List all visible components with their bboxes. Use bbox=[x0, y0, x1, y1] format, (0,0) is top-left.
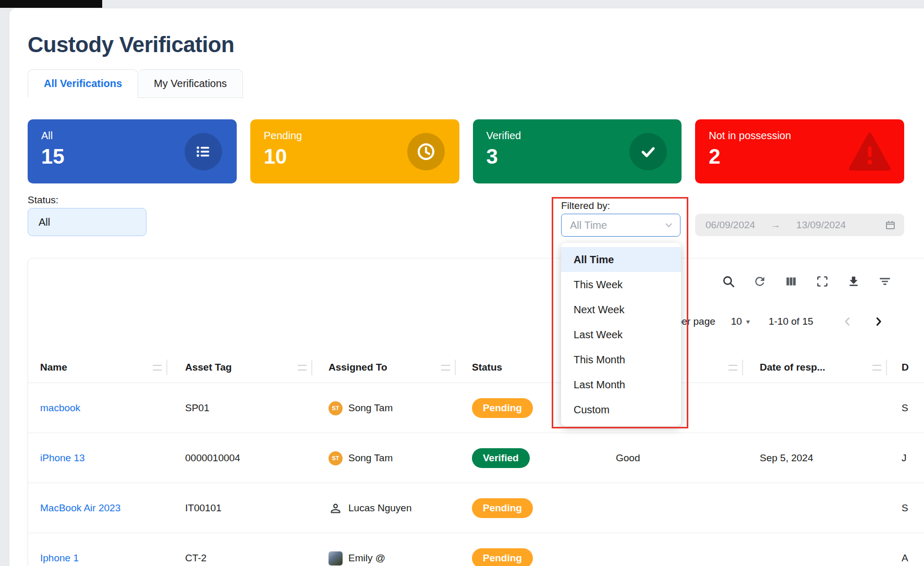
status-filter-label: Status: bbox=[28, 194, 58, 206]
assigned-to-cell: ST Song Tam bbox=[329, 433, 463, 483]
dropdown-option[interactable]: Next Week bbox=[561, 297, 681, 322]
column-resize-handle[interactable] bbox=[728, 360, 743, 375]
dropdown-option[interactable]: All Time bbox=[561, 247, 681, 272]
dropdown-option[interactable]: Last Week bbox=[561, 322, 681, 347]
avatar-photo bbox=[329, 551, 343, 565]
pagination-range: 1-10 of 15 bbox=[769, 316, 813, 327]
columns-icon[interactable] bbox=[784, 275, 798, 288]
tabs: All Verifications My Verifications bbox=[28, 69, 243, 98]
page-size-select[interactable]: 10 ▾ bbox=[731, 316, 750, 327]
filter-icon[interactable] bbox=[878, 275, 892, 288]
condition-cell: Good bbox=[616, 433, 750, 483]
condition-cell bbox=[616, 483, 750, 533]
status-cell: Verified bbox=[472, 433, 606, 483]
date-to-value: 13/09/2024 bbox=[796, 219, 846, 231]
name-cell: Iphone 1 bbox=[40, 533, 175, 566]
asset-link[interactable]: MacBook Air 2023 bbox=[40, 502, 120, 514]
download-icon[interactable] bbox=[847, 275, 860, 288]
filtered-by-select[interactable]: All Time bbox=[561, 214, 680, 237]
assigned-to-name: Emily @ bbox=[348, 552, 385, 564]
filtered-by-dropdown-menu: All Time This Week Next Week Last Week T… bbox=[561, 243, 681, 426]
asset-link[interactable]: iPhone 13 bbox=[40, 452, 85, 464]
calendar-icon bbox=[885, 219, 896, 230]
dropdown-option[interactable]: Custom bbox=[561, 397, 681, 422]
asset-link[interactable]: macbook bbox=[40, 402, 80, 414]
page-title: Custody Verification bbox=[28, 32, 234, 57]
status-filter-select[interactable]: All bbox=[28, 208, 147, 236]
verifications-table-card: Rows per page 10 ▾ 1-10 of 15 Name bbox=[28, 258, 924, 566]
stat-card-verified[interactable]: Verified 3 bbox=[473, 119, 682, 183]
stat-card-all[interactable]: All 15 bbox=[28, 119, 237, 183]
table-row: macbook SP01 ST Song Tam Pending S bbox=[28, 383, 924, 433]
person-icon bbox=[329, 501, 343, 515]
assigned-to-name: Song Tam bbox=[348, 402, 393, 414]
condition-cell bbox=[616, 533, 750, 566]
column-resize-handle[interactable] bbox=[153, 360, 167, 375]
assigned-to-name: Lucas Nguyen bbox=[348, 502, 411, 514]
column-resize-handle[interactable] bbox=[872, 360, 887, 375]
table-row: iPhone 13 0000010004 ST Song Tam Verifie… bbox=[28, 433, 924, 483]
assigned-to-cell: Lucas Nguyen bbox=[329, 483, 463, 533]
column-header-name[interactable]: Name bbox=[40, 352, 175, 383]
tab-my-verifications[interactable]: My Verifications bbox=[138, 69, 243, 98]
asset-tag-cell: CT-2 bbox=[185, 533, 320, 566]
previous-page-button[interactable] bbox=[841, 315, 854, 328]
date-range-arrow: → bbox=[771, 219, 781, 231]
column-header-assigned-to[interactable]: Assigned To bbox=[329, 352, 463, 383]
tab-all-verifications[interactable]: All Verifications bbox=[28, 69, 138, 98]
status-badge: Pending bbox=[472, 398, 533, 418]
status-filter-value: All bbox=[39, 216, 50, 228]
assigned-to-cell: Emily @ bbox=[329, 533, 463, 566]
date-of-resp-cell: Sep 5, 2024 bbox=[760, 433, 894, 483]
filtered-by-label: Filtered by: bbox=[561, 200, 610, 212]
table-row: Iphone 1 CT-2 Emily @ Pending A bbox=[28, 533, 924, 566]
app-root: Custody Verification All Verifications M… bbox=[0, 0, 924, 566]
stat-card-pending[interactable]: Pending 10 bbox=[250, 119, 459, 183]
pagination-bar: Rows per page 10 ▾ 1-10 of 15 bbox=[649, 315, 885, 328]
date-range-input[interactable]: 06/09/2024 → 13/09/2024 bbox=[695, 214, 904, 236]
caret-down-icon: ▾ bbox=[746, 317, 750, 326]
chevron-down-icon bbox=[665, 223, 673, 228]
status-cell: Pending bbox=[472, 533, 606, 566]
status-badge: Pending bbox=[472, 548, 533, 566]
dropdown-option[interactable]: Last Month bbox=[561, 372, 681, 397]
next-page-button[interactable] bbox=[872, 315, 885, 328]
avatar: ST bbox=[329, 401, 343, 415]
avatar: ST bbox=[329, 451, 343, 465]
table-row: MacBook Air 2023 IT00101 Lucas Nguyen Pe… bbox=[28, 483, 924, 533]
page-size-value: 10 bbox=[731, 316, 742, 327]
name-cell: iPhone 13 bbox=[40, 433, 175, 483]
window-edge bbox=[0, 0, 102, 8]
name-cell: macbook bbox=[40, 383, 175, 433]
asset-link[interactable]: Iphone 1 bbox=[40, 552, 79, 564]
name-cell: MacBook Air 2023 bbox=[40, 483, 175, 533]
assigned-to-name: Song Tam bbox=[348, 452, 393, 464]
dropdown-option[interactable]: This Month bbox=[561, 347, 681, 372]
stat-cards: All 15 Pending 10 Verified 3 bbox=[28, 119, 904, 183]
asset-tag-cell: 0000010004 bbox=[185, 433, 320, 483]
status-badge: Pending bbox=[472, 498, 533, 518]
column-header-asset-tag[interactable]: Asset Tag bbox=[185, 352, 320, 383]
column-header-date-of-resp[interactable]: Date of resp... bbox=[760, 352, 894, 383]
refresh-icon[interactable] bbox=[753, 275, 767, 288]
warning-icon bbox=[848, 132, 892, 171]
date-of-resp-cell bbox=[760, 483, 894, 533]
truncated-cell: A bbox=[902, 533, 924, 566]
stat-card-not-in-possession[interactable]: Not in possession 2 bbox=[695, 119, 904, 183]
dropdown-option[interactable]: This Week bbox=[561, 272, 681, 297]
list-icon bbox=[185, 133, 222, 170]
column-header-truncated[interactable]: D bbox=[902, 352, 924, 383]
search-icon[interactable] bbox=[722, 275, 735, 288]
truncated-cell: J bbox=[902, 433, 924, 483]
asset-tag-cell: SP01 bbox=[185, 383, 320, 433]
fullscreen-icon[interactable] bbox=[816, 275, 829, 288]
date-of-resp-cell bbox=[760, 383, 894, 433]
column-resize-handle[interactable] bbox=[298, 360, 312, 375]
truncated-cell: S bbox=[902, 483, 924, 533]
date-of-resp-cell bbox=[760, 533, 894, 566]
column-resize-handle[interactable] bbox=[441, 360, 456, 375]
assigned-to-cell: ST Song Tam bbox=[329, 383, 463, 433]
status-badge: Verified bbox=[472, 448, 530, 468]
status-cell: Pending bbox=[472, 483, 606, 533]
check-icon bbox=[629, 133, 667, 170]
